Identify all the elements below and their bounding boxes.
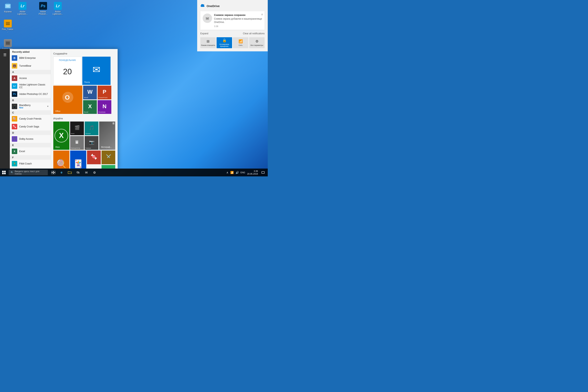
tile-office[interactable]: O Office (53, 86, 82, 114)
app-lightroom[interactable]: Lr Adobe Lightroom Classic CC (10, 82, 51, 90)
quick-action-rotation[interactable]: 🔒 Блокировка вращения (216, 37, 232, 48)
tile-age[interactable]: ⚔️ (102, 150, 115, 164)
tray-network[interactable]: 📶 (230, 170, 234, 174)
svg-rect-16 (54, 173, 55, 174)
taskbar-edge[interactable]: e (58, 168, 66, 176)
app-excel[interactable]: X Excel (10, 148, 51, 155)
tunnelbear-icon: 🐻 (12, 63, 17, 68)
svg-rect-12 (4, 173, 6, 174)
tile-ppt[interactable]: P PowerPoint (98, 86, 111, 99)
desktop-icon-traktor1[interactable]: Free_Traktor... (2, 20, 14, 33)
desktop-icon-lightroom2[interactable]: Lr AdobeLightroom... (52, 2, 64, 15)
tablet-label: Режим планшета (201, 44, 215, 46)
tile-calendar[interactable]: понедельник 20 (53, 57, 82, 85)
blackberry-new-badge: New (19, 106, 45, 109)
candy-friends-icon: 🍭 (12, 116, 17, 122)
tile-solitaire[interactable]: 🃏 Microsoft Solitaire Collection (70, 150, 86, 168)
desktop: Корзина Lr AdobeLightroom... Ps AdobePho… (0, 0, 268, 176)
alpha-f: F (10, 155, 51, 160)
taskbar-app-icons: e 🛍 ✉ ⚙ (50, 168, 98, 176)
calendar-day-num: 20 (63, 67, 72, 76)
svg-rect-17 (262, 172, 264, 174)
tile-xbox-label: Xbox (54, 145, 61, 149)
app-dolby[interactable]: 🎵 Dolby Access (10, 135, 51, 143)
tile-mail[interactable]: ✉ Почта (82, 57, 110, 85)
taskbar-explorer[interactable] (66, 168, 74, 176)
tile-camera[interactable]: 📷 Камера (85, 136, 98, 150)
desktop-icon-recycle[interactable]: Корзина (2, 2, 14, 15)
app-blackberry[interactable]: 📱 BlackBerry New ▼ (10, 102, 51, 110)
svg-rect-2 (6, 22, 10, 25)
action-center-button[interactable] (260, 168, 266, 176)
tile-word[interactable]: W Word (83, 86, 97, 99)
tiles-area: Создавайте понедельник 20 ✉ Почта O (51, 49, 118, 168)
taskbar-right: ∧ 📶 🔊 ENG 3:39 20.05.2019 (226, 168, 268, 176)
tile-calc[interactable]: 🖩 Калькулятор (70, 136, 84, 150)
tile-photos[interactable]: 🖼 Фотограф... (99, 122, 115, 150)
quick-action-settings[interactable]: ⚙ Все параметры (249, 37, 264, 48)
network-label: Сеть (238, 44, 242, 46)
tile-gardenscapes[interactable]: 🌿 (102, 165, 115, 168)
svg-text:O: O (65, 94, 70, 101)
tile-groove[interactable]: 🎵 Groove (85, 122, 98, 135)
svg-rect-9 (2, 171, 4, 172)
hamburger-menu-icon[interactable]: ☰ (1, 51, 9, 59)
app-bbm[interactable]: B BBM Enterprise (10, 54, 51, 62)
photoshop-label: Adobe Photoshop CC 2017 (19, 93, 48, 96)
app-candy-friends[interactable]: 🍭 Candy Crush Friends (10, 115, 51, 123)
notification-panel: OneDrive ∧ Снимок экрана сохранен Снимок… (197, 0, 268, 51)
app-list: Recently added B BBM Enterprise 🐻 Tunnel… (10, 49, 51, 168)
desktop-icon-photoshop[interactable]: Ps AdobePhotosh... (37, 2, 49, 15)
svg-rect-13 (51, 171, 53, 172)
svg-rect-11 (2, 173, 4, 174)
desktop-icon-lightroom1[interactable]: Lr AdobeLightroom... (17, 2, 28, 15)
expand-button[interactable]: Expand (200, 32, 208, 35)
taskbar-settings[interactable]: ⚙ (90, 168, 98, 176)
app-fitbit[interactable]: 🏃 Fitbit Coach (10, 160, 51, 168)
play-section-title: Играйте (53, 117, 115, 120)
tray-arrow[interactable]: ∧ (226, 170, 229, 174)
alpha-d: D (10, 130, 51, 135)
blackberry-label: BlackBerry (19, 104, 45, 106)
candy-saga-label: Candy Crush Saga (19, 125, 39, 128)
tray-volume[interactable]: 🔊 (235, 170, 239, 174)
rotation-label: Блокировка вращения (216, 43, 232, 47)
clear-button[interactable]: Clear all notifications (243, 32, 264, 35)
quick-action-network[interactable]: 📶 Сеть (233, 37, 248, 48)
desktop-icons-row2: Free_Traktor... (2, 20, 14, 33)
app-access[interactable]: A Access (10, 74, 51, 82)
notif-body: Снимок экрана сохранен Снимок экрана доб… (203, 14, 262, 28)
tile-candy-saga-t[interactable]: 🍬 (87, 150, 101, 164)
tile-photos-label: Фотограф... (100, 145, 113, 149)
app-tunnelbear[interactable]: 🐻 TunnelBear (10, 62, 51, 70)
alpha-e: E (10, 143, 51, 148)
taskbar-store-t[interactable]: 🛍 (74, 168, 82, 176)
search-placeholder: Введите здесь текст для поиска (15, 170, 46, 175)
app-candy-saga[interactable]: 🍬 Candy Crush Saga (10, 123, 51, 130)
notif-body-icon (203, 14, 212, 23)
notif-close-button[interactable]: ∧ (261, 13, 263, 16)
start-left-sidebar: ☰ (0, 49, 10, 168)
quick-action-tablet[interactable]: ⊞ Режим планшета (200, 37, 216, 48)
dolby-label: Dolby Access (19, 138, 33, 140)
taskbar-mail[interactable]: ✉ (82, 168, 90, 176)
svg-rect-14 (54, 171, 55, 172)
create-section-title: Создавайте (53, 52, 115, 55)
tile-candy-friends[interactable]: 🍭 Candy (53, 150, 70, 168)
fitbit-icon: 🏃 (12, 161, 17, 166)
tile-film[interactable]: 🎬 Кино (70, 122, 84, 135)
bbm-icon: B (12, 55, 17, 61)
start-button[interactable] (0, 168, 8, 176)
taskbar-clock[interactable]: 3:39 20.05.2019 (246, 170, 259, 176)
alpha-a: A (10, 70, 51, 74)
app-photoshop[interactable]: Ps Adobe Photoshop CC 2017 (10, 90, 51, 98)
blackberry-arrow: ▼ (47, 105, 49, 108)
tunnelbear-label: TunnelBear (19, 64, 31, 67)
search-box[interactable]: 🔍 Введите здесь текст для поиска (8, 170, 48, 175)
tile-onenote[interactable]: N OneNote (98, 100, 111, 114)
tile-excel-t[interactable]: X Excel (83, 100, 97, 114)
tile-xbox[interactable]: X Xbox (53, 122, 70, 150)
play-row2: 🍭 Candy 🃏 Microsoft Solitaire Collection… (53, 150, 115, 168)
lightroom-label: Adobe Lightroom Classic CC (19, 83, 49, 89)
taskbar-task-view[interactable] (50, 168, 57, 176)
